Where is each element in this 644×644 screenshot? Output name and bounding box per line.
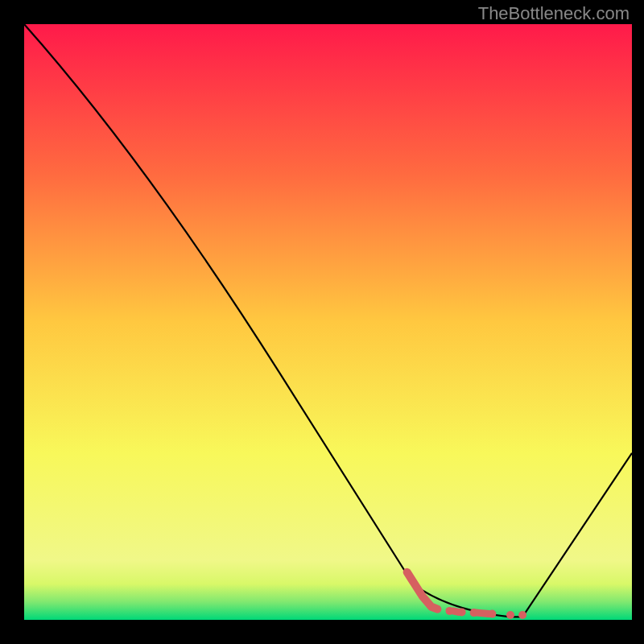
svg-point-6 bbox=[506, 611, 514, 619]
svg-point-7 bbox=[518, 611, 526, 619]
watermark-text: TheBottleneck.com bbox=[478, 3, 630, 24]
plot-area bbox=[24, 24, 632, 620]
gradient-background bbox=[24, 24, 632, 620]
svg-line-5 bbox=[477, 613, 489, 613]
chart-svg bbox=[24, 24, 632, 620]
svg-line-2 bbox=[453, 611, 459, 612]
chart-container: TheBottleneck.com bbox=[0, 0, 644, 644]
